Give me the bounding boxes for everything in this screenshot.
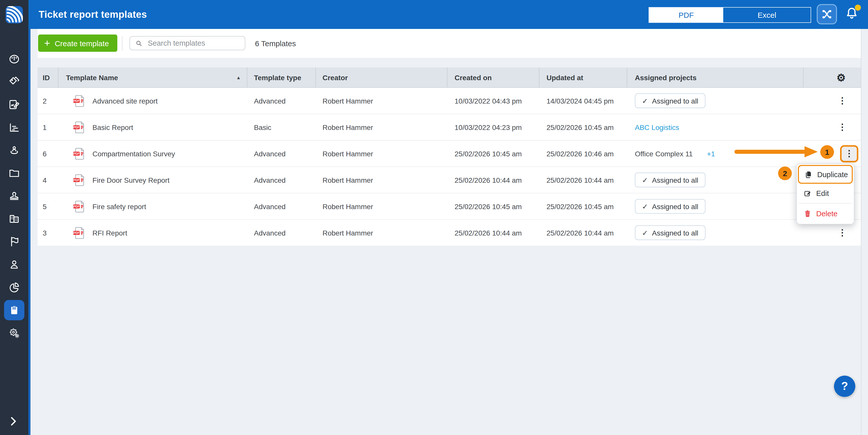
sidebar-item-tags[interactable]	[4, 72, 24, 92]
sidebar-item-site[interactable]	[4, 140, 24, 160]
sidebar-item-contacts[interactable]	[4, 254, 24, 275]
table-row[interactable]: 5 PDF Fire safety reportAdvancedRobert H…	[38, 193, 861, 219]
sidebar-item-templates[interactable]	[4, 300, 24, 320]
site-icon	[8, 144, 20, 156]
logo-arcs-icon	[6, 6, 23, 23]
column-header-creator[interactable]: Creator	[316, 68, 447, 87]
sidebar-item-reports[interactable]	[4, 277, 24, 297]
sidebar-item-dashboard[interactable]	[4, 49, 24, 69]
cell-template-type: Basic	[247, 114, 316, 140]
cell-template-name: PDF Fire Door Survey Report	[58, 167, 247, 193]
table-row[interactable]: 4 PDF Fire Door Survey ReportAdvancedRob…	[38, 166, 861, 193]
table-row[interactable]: 3 PDF RFI ReportAdvancedRobert Hammer25/…	[38, 219, 861, 246]
highlighted-kebab-button[interactable]: ⋮	[840, 145, 858, 162]
planradar-logo[interactable]	[6, 6, 23, 23]
sidebar-expand-button[interactable]	[7, 415, 21, 429]
column-header-template-name[interactable]: Template Name ▲	[58, 68, 247, 87]
reports-icon	[8, 281, 20, 293]
check-icon: ✓	[642, 97, 648, 105]
plus-icon: +	[44, 38, 50, 48]
cell-creator: Robert Hammer	[316, 141, 447, 166]
toolbar: + Create template 6 Templates	[38, 29, 861, 58]
cell-created-on: 10/03/2022 04:43 pm	[447, 88, 539, 114]
edit-icon	[804, 189, 812, 197]
menu-item-duplicate[interactable]: Duplicate	[798, 165, 853, 184]
pdf-file-icon: PDF	[72, 199, 87, 214]
sidebar-item-settings[interactable]	[4, 323, 24, 343]
cell-creator: Robert Hammer	[316, 114, 447, 140]
svg-text:PDF: PDF	[73, 99, 80, 103]
sidebar-item-documents[interactable]	[4, 163, 24, 183]
sidebar-item-forms[interactable]	[4, 94, 24, 115]
svg-text:PDF: PDF	[73, 205, 80, 208]
templates-icon	[8, 304, 20, 316]
column-header-template-type[interactable]: Template type	[247, 68, 316, 87]
search-box	[129, 36, 245, 50]
chevron-right-icon	[7, 415, 19, 427]
cell-created-on: 10/03/2022 04:23 pm	[447, 114, 539, 140]
column-header-id[interactable]: ID	[38, 68, 58, 87]
toggle-option-excel[interactable]: Excel	[723, 8, 811, 22]
cell-assigned-projects: ✓Assigned to all	[627, 193, 804, 219]
assigned-project-link[interactable]: ABC Logistics	[635, 123, 679, 131]
table-row[interactable]: 2 PDF Advanced site reportAdvancedRobert…	[38, 88, 861, 114]
table-settings-gear-icon[interactable]: ⚙	[837, 72, 846, 82]
column-header-created-on[interactable]: Created on	[447, 68, 539, 87]
row-context-menu: DuplicateEditDelete	[796, 163, 854, 224]
menu-item-edit[interactable]: Edit	[798, 184, 853, 203]
assigned-to-all-button[interactable]: ✓Assigned to all	[635, 93, 706, 108]
menu-item-label: Edit	[816, 189, 829, 197]
table-header-row: ID Template Name ▲ Template type Creator…	[38, 68, 861, 88]
statistics-icon	[8, 121, 20, 133]
app-switcher-button[interactable]	[817, 4, 837, 24]
top-header-bar: Ticket report templates PDF Excel	[28, 0, 868, 29]
column-header-updated-at[interactable]: Updated at	[539, 68, 627, 87]
forms-icon	[8, 98, 20, 111]
cell-id: 2	[38, 88, 58, 114]
row-actions-kebab-icon[interactable]: ⋮	[845, 149, 854, 158]
assigned-to-all-button[interactable]: ✓Assigned to all	[635, 225, 706, 240]
cell-creator: Robert Hammer	[316, 88, 447, 114]
row-actions-kebab-icon[interactable]: ⋮	[836, 95, 849, 106]
sidebar-item-statistics[interactable]	[4, 117, 24, 138]
sidebar-item-flags[interactable]	[4, 231, 24, 252]
sidebar-item-company[interactable]	[4, 209, 24, 229]
cell-updated-at: 25/02/2026 10:45 am	[539, 193, 627, 219]
more-projects-link[interactable]: +1	[707, 149, 715, 158]
app-switcher-icon	[820, 7, 834, 21]
pdf-file-icon: PDF	[72, 173, 87, 187]
assigned-to-all-button[interactable]: ✓Assigned to all	[635, 173, 706, 187]
annotation-step-1-badge: 1	[820, 145, 834, 159]
menu-item-label: Delete	[816, 209, 838, 218]
column-header-assigned-projects[interactable]: Assigned projects	[627, 68, 804, 87]
table-row[interactable]: 1 PDF Basic ReportBasicRobert Hammer10/0…	[38, 114, 861, 140]
cell-actions: ⋮	[804, 88, 861, 114]
sidebar-item-approvals[interactable]	[4, 186, 24, 206]
notifications-button[interactable]	[844, 6, 861, 23]
template-name-text: Compartmentation Survey	[92, 149, 175, 158]
cell-template-type: Advanced	[247, 88, 316, 114]
menu-separator	[799, 203, 852, 204]
row-actions-kebab-icon[interactable]: ⋮	[836, 122, 849, 132]
cell-id: 6	[38, 141, 58, 166]
help-button[interactable]: ?	[834, 376, 855, 397]
create-template-button[interactable]: + Create template	[38, 35, 118, 52]
assigned-label: Assigned to all	[652, 202, 698, 210]
cell-template-type: Advanced	[247, 193, 316, 219]
sidebar	[0, 0, 28, 435]
cell-template-type: Advanced	[247, 220, 316, 246]
template-name-text: Fire Door Survey Report	[92, 176, 169, 184]
assigned-to-all-button[interactable]: ✓Assigned to all	[635, 199, 706, 214]
cell-updated-at: 25/02/2026 10:46 am	[539, 141, 627, 166]
page-title: Ticket report templates	[39, 0, 147, 29]
column-header-label: Template Name	[66, 73, 118, 81]
cell-actions: ⋮	[804, 114, 861, 140]
svg-text:PDF: PDF	[73, 126, 80, 129]
notification-badge-dot	[855, 5, 861, 11]
toggle-option-pdf[interactable]: PDF	[649, 8, 723, 22]
search-input[interactable]	[147, 39, 240, 48]
cell-creator: Robert Hammer	[316, 193, 447, 219]
assigned-project-name: Office Complex 11	[635, 149, 693, 158]
row-actions-kebab-icon[interactable]: ⋮	[836, 227, 849, 238]
menu-item-delete[interactable]: Delete	[798, 204, 853, 223]
